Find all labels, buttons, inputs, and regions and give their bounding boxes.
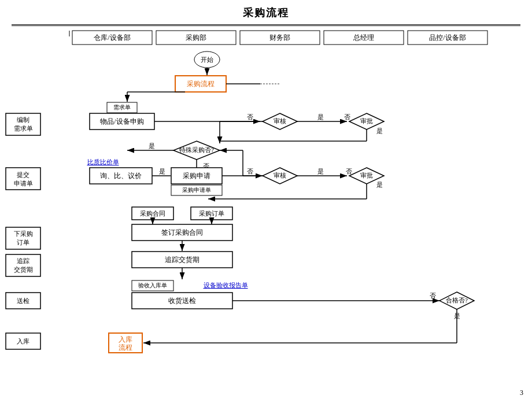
svg-text:入库: 入库: [17, 338, 29, 345]
flowchart-svg: 仓库/设备部 采购部 财务部 总经理 品控/设备部 开始 采购流程 需求单 物品…: [0, 28, 532, 398]
svg-text:否: 否: [346, 168, 352, 175]
svg-text:物品/设备申购: 物品/设备申购: [100, 117, 143, 125]
svg-text:编制: 编制: [17, 116, 29, 123]
svg-text:审核: 审核: [274, 172, 286, 179]
svg-text:送检: 送检: [17, 297, 29, 304]
page: 采购流程 仓库/设备部 采购部 财务部 总经理 品控/设备部 开始 采购流程: [0, 0, 532, 399]
svg-text:否: 否: [247, 113, 253, 120]
svg-text:采购申请单: 采购申请单: [182, 187, 211, 193]
svg-text:比质比价单: 比质比价单: [87, 158, 119, 165]
svg-text:是: 是: [376, 181, 383, 188]
svg-text:3: 3: [520, 389, 523, 397]
svg-text:开始: 开始: [201, 56, 213, 63]
svg-text:询、比、议价: 询、比、议价: [100, 172, 142, 180]
svg-text:采购流程: 采购流程: [187, 80, 215, 88]
title-underline: [12, 24, 520, 26]
svg-text:下采购: 下采购: [14, 230, 33, 237]
svg-text:订单: 订单: [17, 239, 29, 246]
svg-text:是: 是: [159, 168, 165, 175]
svg-text:审批: 审批: [360, 117, 373, 124]
svg-text:入库: 入库: [119, 335, 132, 343]
svg-text:审核: 审核: [274, 117, 286, 124]
svg-text:合格否?: 合格否?: [446, 297, 468, 304]
svg-text:流程: 流程: [119, 343, 132, 352]
svg-text:采购订单: 采购订单: [199, 210, 224, 217]
svg-text:否: 否: [247, 168, 253, 175]
svg-text:品控/设备部: 品控/设备部: [429, 34, 466, 42]
svg-text:验收入库单: 验收入库单: [138, 282, 167, 289]
title-area: 采购流程: [0, 0, 532, 22]
svg-text:总经理: 总经理: [353, 34, 374, 42]
svg-text:收货送检: 收货送检: [168, 297, 196, 305]
svg-text:否: 否: [344, 113, 350, 120]
svg-text:提交: 提交: [17, 171, 29, 178]
svg-text:采购申请: 采购申请: [183, 172, 210, 180]
svg-text:需求单: 需求单: [113, 104, 131, 110]
svg-text:签订采购合同: 签订采购合同: [161, 228, 203, 237]
svg-text:是: 是: [317, 113, 324, 120]
svg-text:追踪交货期: 追踪交货期: [165, 256, 200, 264]
svg-text:仓库/设备部: 仓库/设备部: [94, 34, 130, 42]
svg-text:追踪: 追踪: [17, 257, 29, 264]
svg-text:交货期: 交货期: [14, 266, 33, 273]
svg-text:是: 是: [376, 127, 383, 134]
svg-text:否: 否: [430, 292, 436, 299]
svg-text:财务部: 财务部: [269, 34, 290, 42]
main-title: 采购流程: [0, 6, 532, 20]
svg-text:采购部: 采购部: [186, 34, 206, 42]
svg-text:特殊采购否?: 特殊采购否?: [179, 146, 214, 153]
svg-text:申请单: 申请单: [14, 180, 33, 187]
svg-text:采购合同: 采购合同: [140, 210, 165, 217]
svg-text:设备验收报告单: 设备验收报告单: [204, 282, 248, 289]
svg-text:是: 是: [149, 142, 155, 149]
svg-text:审批: 审批: [360, 172, 373, 179]
svg-text:需求单: 需求单: [14, 125, 33, 132]
svg-text:是: 是: [317, 168, 324, 175]
